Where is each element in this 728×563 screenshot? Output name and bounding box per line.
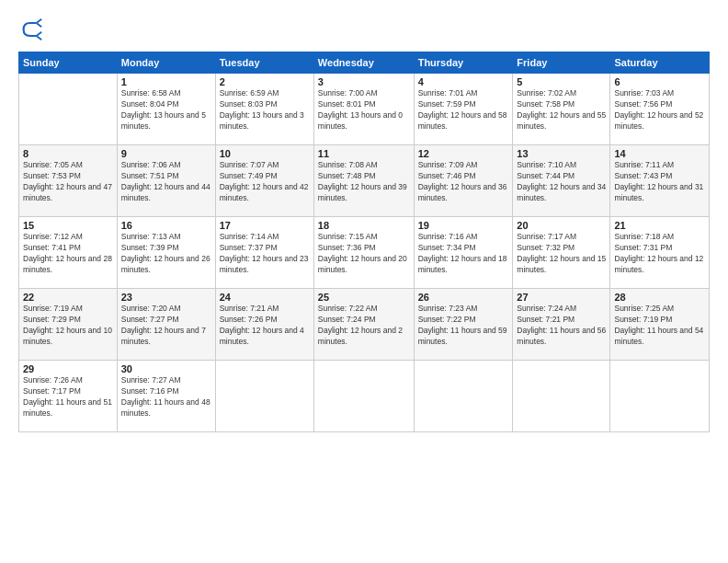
day-number: 23 [121,292,211,303]
calendar-day-cell: 20Sunrise: 7:17 AMSunset: 7:32 PMDayligh… [513,217,610,289]
calendar-day-cell: 2Sunrise: 6:59 AMSunset: 8:03 PMDaylight… [215,74,313,145]
day-info: Sunrise: 7:13 AMSunset: 7:39 PMDaylight:… [121,232,211,276]
day-number: 16 [121,220,211,231]
calendar-day-cell: 8Sunrise: 7:05 AMSunset: 7:53 PMDaylight… [19,145,118,217]
day-info: Sunrise: 7:21 AMSunset: 7:26 PMDaylight:… [220,304,310,348]
day-info: Sunrise: 7:11 AMSunset: 7:43 PMDaylight:… [614,160,705,204]
calendar-day-header: Monday [117,52,215,74]
day-info: Sunrise: 7:09 AMSunset: 7:46 PMDaylight:… [418,160,509,204]
calendar-day-cell: 24Sunrise: 7:21 AMSunset: 7:26 PMDayligh… [215,289,313,361]
calendar-day-cell [513,361,610,432]
day-number: 22 [23,292,113,303]
day-number: 25 [318,292,410,303]
day-info: Sunrise: 7:07 AMSunset: 7:49 PMDaylight:… [220,160,310,204]
calendar-day-cell: 25Sunrise: 7:22 AMSunset: 7:24 PMDayligh… [313,289,414,361]
day-info: Sunrise: 7:18 AMSunset: 7:31 PMDaylight:… [614,232,705,276]
day-info: Sunrise: 7:25 AMSunset: 7:19 PMDaylight:… [614,304,705,348]
calendar-day-cell: 17Sunrise: 7:14 AMSunset: 7:37 PMDayligh… [215,217,313,289]
day-info: Sunrise: 7:26 AMSunset: 7:17 PMDaylight:… [23,375,113,419]
day-info: Sunrise: 7:05 AMSunset: 7:53 PMDaylight:… [23,160,113,204]
day-info: Sunrise: 7:17 AMSunset: 7:32 PMDaylight:… [517,232,606,276]
day-number: 15 [23,220,113,231]
calendar-header-row: SundayMondayTuesdayWednesdayThursdayFrid… [19,52,710,74]
calendar-day-cell: 11Sunrise: 7:08 AMSunset: 7:48 PMDayligh… [313,145,414,217]
day-info: Sunrise: 7:22 AMSunset: 7:24 PMDaylight:… [318,304,410,348]
day-number: 18 [318,220,410,231]
day-number: 26 [418,292,509,303]
day-number: 14 [614,148,705,159]
calendar-day-cell [215,361,313,432]
calendar-day-cell: 3Sunrise: 7:00 AMSunset: 8:01 PMDaylight… [313,74,414,145]
day-info: Sunrise: 7:00 AMSunset: 8:01 PMDaylight:… [318,88,410,132]
day-info: Sunrise: 7:08 AMSunset: 7:48 PMDaylight:… [318,160,410,204]
calendar-day-cell: 15Sunrise: 7:12 AMSunset: 7:41 PMDayligh… [19,217,118,289]
calendar-day-cell: 22Sunrise: 7:19 AMSunset: 7:29 PMDayligh… [19,289,118,361]
calendar-day-cell: 19Sunrise: 7:16 AMSunset: 7:34 PMDayligh… [414,217,513,289]
calendar-week-row: 8Sunrise: 7:05 AMSunset: 7:53 PMDaylight… [19,145,710,217]
calendar-day-header: Saturday [610,52,710,74]
calendar-week-row: 29Sunrise: 7:26 AMSunset: 7:17 PMDayligh… [19,361,710,432]
day-number: 29 [23,363,113,374]
calendar-day-cell: 29Sunrise: 7:26 AMSunset: 7:17 PMDayligh… [19,361,118,432]
calendar-day-cell [414,361,513,432]
day-number: 24 [220,292,310,303]
day-number: 4 [418,76,509,87]
day-info: Sunrise: 7:10 AMSunset: 7:44 PMDaylight:… [517,160,606,204]
calendar-day-cell: 4Sunrise: 7:01 AMSunset: 7:59 PMDaylight… [414,74,513,145]
calendar-day-cell: 23Sunrise: 7:20 AMSunset: 7:27 PMDayligh… [117,289,215,361]
day-number: 11 [318,148,410,159]
day-info: Sunrise: 7:19 AMSunset: 7:29 PMDaylight:… [23,304,113,348]
calendar-day-cell [313,361,414,432]
day-number: 19 [418,220,509,231]
calendar-week-row: 15Sunrise: 7:12 AMSunset: 7:41 PMDayligh… [19,217,710,289]
day-number: 9 [121,148,211,159]
day-info: Sunrise: 6:58 AMSunset: 8:04 PMDaylight:… [121,88,211,132]
calendar-day-cell: 9Sunrise: 7:06 AMSunset: 7:51 PMDaylight… [117,145,215,217]
day-info: Sunrise: 7:06 AMSunset: 7:51 PMDaylight:… [121,160,211,204]
day-number: 20 [517,220,606,231]
calendar-body: 1Sunrise: 6:58 AMSunset: 8:04 PMDaylight… [19,74,710,432]
calendar-day-cell: 10Sunrise: 7:07 AMSunset: 7:49 PMDayligh… [215,145,313,217]
calendar-day-header: Tuesday [215,52,313,74]
day-number: 3 [318,76,410,87]
calendar-day-cell: 13Sunrise: 7:10 AMSunset: 7:44 PMDayligh… [513,145,610,217]
calendar-day-cell [610,361,710,432]
day-info: Sunrise: 7:14 AMSunset: 7:37 PMDaylight:… [220,232,310,276]
calendar-day-cell: 14Sunrise: 7:11 AMSunset: 7:43 PMDayligh… [610,145,710,217]
calendar-day-cell: 30Sunrise: 7:27 AMSunset: 7:16 PMDayligh… [117,361,215,432]
day-number: 30 [121,363,211,374]
day-info: Sunrise: 7:15 AMSunset: 7:36 PMDaylight:… [318,232,410,276]
day-number: 6 [614,76,705,87]
day-info: Sunrise: 6:59 AMSunset: 8:03 PMDaylight:… [220,88,310,132]
calendar-day-header: Sunday [19,52,118,74]
day-number: 13 [517,148,606,159]
calendar-day-header: Thursday [414,52,513,74]
calendar-day-header: Friday [513,52,610,74]
day-number: 12 [418,148,509,159]
calendar-day-cell: 26Sunrise: 7:23 AMSunset: 7:22 PMDayligh… [414,289,513,361]
day-info: Sunrise: 7:23 AMSunset: 7:22 PMDaylight:… [418,304,509,348]
calendar-day-cell: 18Sunrise: 7:15 AMSunset: 7:36 PMDayligh… [313,217,414,289]
day-info: Sunrise: 7:24 AMSunset: 7:21 PMDaylight:… [517,304,606,348]
calendar-week-row: 1Sunrise: 6:58 AMSunset: 8:04 PMDaylight… [19,74,710,145]
day-number: 21 [614,220,705,231]
day-number: 27 [517,292,606,303]
day-number: 2 [220,76,310,87]
page-header [18,17,710,42]
calendar-day-header: Wednesday [313,52,414,74]
calendar-day-cell [19,74,118,145]
day-number: 28 [614,292,705,303]
day-info: Sunrise: 7:20 AMSunset: 7:27 PMDaylight:… [121,304,211,348]
calendar-table: SundayMondayTuesdayWednesdayThursdayFrid… [18,52,710,432]
day-info: Sunrise: 7:16 AMSunset: 7:34 PMDaylight:… [418,232,509,276]
day-number: 17 [220,220,310,231]
calendar-day-cell: 6Sunrise: 7:03 AMSunset: 7:56 PMDaylight… [610,74,710,145]
calendar-day-cell: 27Sunrise: 7:24 AMSunset: 7:21 PMDayligh… [513,289,610,361]
day-info: Sunrise: 7:12 AMSunset: 7:41 PMDaylight:… [23,232,113,276]
calendar-week-row: 22Sunrise: 7:19 AMSunset: 7:29 PMDayligh… [19,289,710,361]
day-number: 10 [220,148,310,159]
day-number: 5 [517,76,606,87]
day-info: Sunrise: 7:27 AMSunset: 7:16 PMDaylight:… [121,375,211,419]
calendar-day-cell: 16Sunrise: 7:13 AMSunset: 7:39 PMDayligh… [117,217,215,289]
logo-icon [18,17,44,42]
